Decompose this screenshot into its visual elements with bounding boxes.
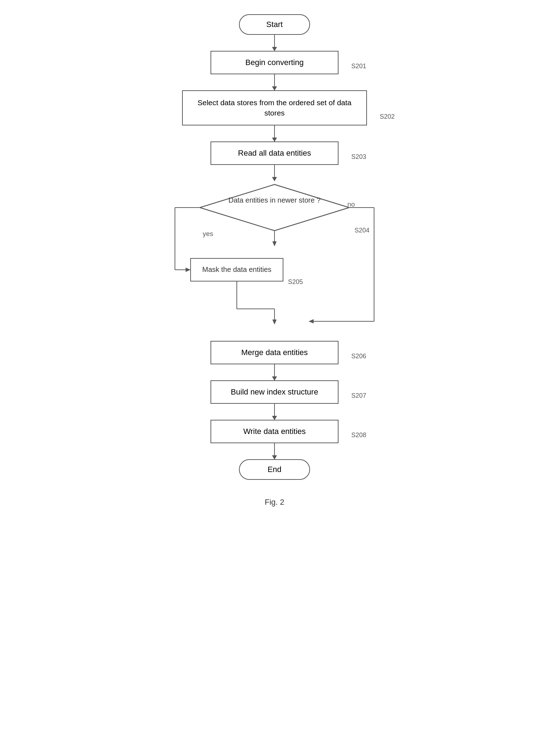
s201-step: S201	[351, 63, 366, 70]
s206-shape: Merge data entities S206	[210, 341, 339, 364]
s202-container: Select data stores from the ordered set …	[182, 90, 367, 125]
flowchart: Start Begin converting S201 Select data …	[114, 14, 435, 507]
page-container: Start Begin converting S201 Select data …	[114, 14, 435, 507]
arrow-2	[274, 74, 275, 90]
arrow-3	[274, 125, 275, 141]
end-label: End	[267, 465, 281, 474]
s207-step: S207	[351, 392, 366, 400]
fig-caption: Fig. 2	[265, 498, 284, 507]
start-shape: Start	[239, 14, 310, 35]
s207-container: Build new index structure S207	[210, 380, 339, 404]
s206-step: S206	[351, 353, 366, 360]
s207-label: Build new index structure	[231, 387, 318, 396]
arrow-1	[274, 35, 275, 51]
svg-text:S205: S205	[288, 278, 303, 285]
s201-shape: Begin converting S201	[210, 51, 339, 74]
start-label: Start	[266, 20, 283, 29]
s206-label: Merge data entities	[241, 348, 308, 357]
s208-shape: Write data entities S208	[210, 420, 339, 443]
s202-label: Select data stores from the ordered set …	[197, 98, 351, 117]
arrow-6	[274, 364, 275, 380]
start-node: Start	[239, 14, 310, 35]
end-shape: End	[239, 459, 310, 480]
svg-text:no: no	[347, 200, 355, 208]
svg-text:S204: S204	[355, 227, 369, 234]
arrow-7	[274, 404, 275, 420]
s203-step: S203	[351, 153, 366, 161]
s203-shape: Read all data entities S203	[210, 141, 339, 165]
s207-shape: Build new index structure S207	[210, 380, 339, 404]
s208-step: S208	[351, 431, 366, 439]
s201-label: Begin converting	[245, 58, 304, 67]
branch-svg: yes no S204 Mask the data entities S205	[150, 181, 399, 352]
svg-marker-18	[309, 319, 314, 323]
s202-step: S202	[380, 112, 395, 121]
s204-section: yes no S204 Mask the data entities S205	[150, 181, 399, 352]
arrow-4	[274, 165, 275, 181]
s203-label: Read all data entities	[238, 149, 311, 157]
arrow-8	[274, 443, 275, 459]
s203-container: Read all data entities S203	[210, 141, 339, 165]
s202-shape: Select data stores from the ordered set …	[182, 90, 367, 125]
end-node: End	[239, 459, 310, 480]
svg-marker-20	[272, 241, 277, 246]
s206-container: Merge data entities S206	[210, 341, 339, 364]
svg-marker-7	[186, 268, 191, 272]
svg-marker-0	[200, 184, 349, 231]
s208-container: Write data entities S208	[210, 420, 339, 443]
svg-text:Mask the data entities: Mask the data entities	[202, 266, 272, 273]
s201-container: Begin converting S201	[210, 51, 339, 74]
svg-marker-14	[272, 320, 277, 325]
svg-text:yes: yes	[203, 230, 213, 237]
s208-label: Write data entities	[243, 427, 306, 436]
